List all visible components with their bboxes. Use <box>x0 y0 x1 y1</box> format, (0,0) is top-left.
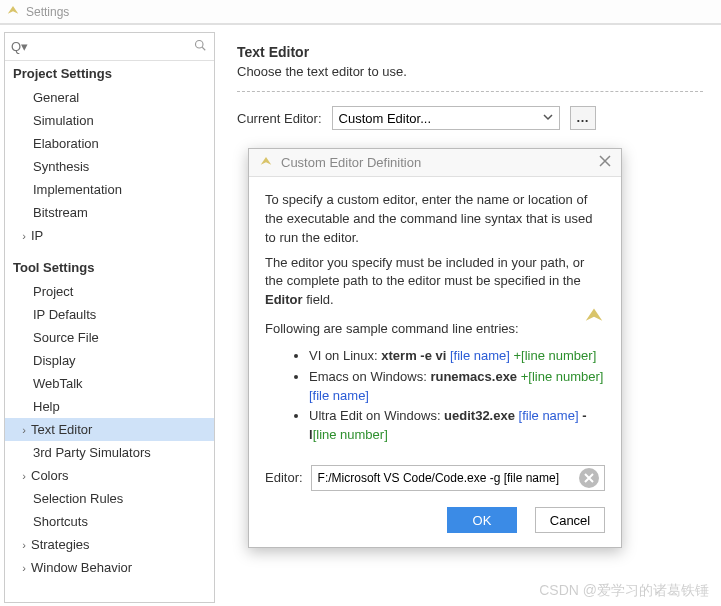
svg-line-1 <box>202 47 205 50</box>
group-project-settings: Project Settings <box>5 61 214 86</box>
custom-editor-dialog: Custom Editor Definition To specify a cu… <box>248 148 622 548</box>
dialog-title: Custom Editor Definition <box>281 155 599 170</box>
item-help[interactable]: Help <box>5 395 214 418</box>
chevron-right-icon: › <box>19 562 29 574</box>
item-ip-defaults[interactable]: IP Defaults <box>5 303 214 326</box>
chevron-right-icon: › <box>19 424 29 436</box>
item-shortcuts[interactable]: Shortcuts <box>5 510 214 533</box>
editor-label: Editor: <box>265 469 303 488</box>
item-source-file[interactable]: Source File <box>5 326 214 349</box>
item-general[interactable]: General <box>5 86 214 109</box>
item-implementation[interactable]: Implementation <box>5 178 214 201</box>
cancel-button[interactable]: Cancel <box>535 507 605 533</box>
window-title: Settings <box>26 5 69 19</box>
item-simulation[interactable]: Simulation <box>5 109 214 132</box>
panel-heading: Text Editor <box>237 44 703 60</box>
settings-tree: Project Settings General Simulation Elab… <box>5 61 214 602</box>
item-project[interactable]: Project <box>5 280 214 303</box>
divider <box>0 24 721 25</box>
close-icon[interactable] <box>599 155 611 170</box>
dialog-buttons: OK Cancel <box>249 501 621 547</box>
panel-subheading: Choose the text editor to use. <box>237 64 703 79</box>
item-text-editor[interactable]: ›Text Editor <box>5 418 214 441</box>
current-editor-select[interactable]: Custom Editor... <box>332 106 560 130</box>
sample-list: VI on Linux: xterm -e vi [file name] +[l… <box>265 347 605 445</box>
item-selection-rules[interactable]: Selection Rules <box>5 487 214 510</box>
ok-button[interactable]: OK <box>447 507 517 533</box>
dialog-p2: The editor you specify must be included … <box>265 254 605 311</box>
current-editor-row: Current Editor: Custom Editor... … <box>237 106 703 130</box>
sample-uedit: Ultra Edit on Windows: uedit32.exe [file… <box>309 407 605 445</box>
app-logo-icon <box>259 156 273 170</box>
sidebar: Project Settings General Simulation Elab… <box>4 32 215 603</box>
search-icon <box>194 39 206 51</box>
item-elaboration[interactable]: Elaboration <box>5 132 214 155</box>
item-bitstream[interactable]: Bitstream <box>5 201 214 224</box>
dialog-titlebar: Custom Editor Definition <box>249 149 621 177</box>
item-ip[interactable]: ›IP <box>5 224 214 247</box>
dialog-p1: To specify a custom editor, enter the na… <box>265 191 605 248</box>
item-webtalk[interactable]: WebTalk <box>5 372 214 395</box>
editor-input[interactable] <box>311 465 605 491</box>
item-strategies[interactable]: ›Strategies <box>5 533 214 556</box>
clear-icon[interactable] <box>579 468 599 488</box>
current-editor-label: Current Editor: <box>237 111 322 126</box>
editor-row: Editor: <box>265 465 605 491</box>
divider-dashed <box>237 91 703 92</box>
sample-emacs: Emacs on Windows: runemacs.exe +[line nu… <box>309 368 605 406</box>
dialog-p3: Following are sample command line entrie… <box>265 320 605 339</box>
titlebar: Settings <box>0 0 721 24</box>
app-logo-icon <box>6 5 20 19</box>
dialog-body: To specify a custom editor, enter the na… <box>249 177 621 501</box>
sample-vi: VI on Linux: xterm -e vi [file name] +[l… <box>309 347 605 366</box>
item-window-behavior[interactable]: ›Window Behavior <box>5 556 214 579</box>
item-synthesis[interactable]: Synthesis <box>5 155 214 178</box>
chevron-right-icon: › <box>19 470 29 482</box>
item-display[interactable]: Display <box>5 349 214 372</box>
current-editor-select-wrap: Custom Editor... <box>332 106 560 130</box>
item-colors[interactable]: ›Colors <box>5 464 214 487</box>
app-logo-icon <box>583 307 605 329</box>
browse-editor-button[interactable]: … <box>570 106 596 130</box>
svg-point-0 <box>196 41 204 49</box>
chevron-right-icon: › <box>19 230 29 242</box>
item-3rd-party-simulators[interactable]: 3rd Party Simulators <box>5 441 214 464</box>
chevron-right-icon: › <box>19 539 29 551</box>
search-input[interactable] <box>9 37 210 56</box>
group-tool-settings: Tool Settings <box>5 255 214 280</box>
search-box[interactable] <box>5 33 214 61</box>
